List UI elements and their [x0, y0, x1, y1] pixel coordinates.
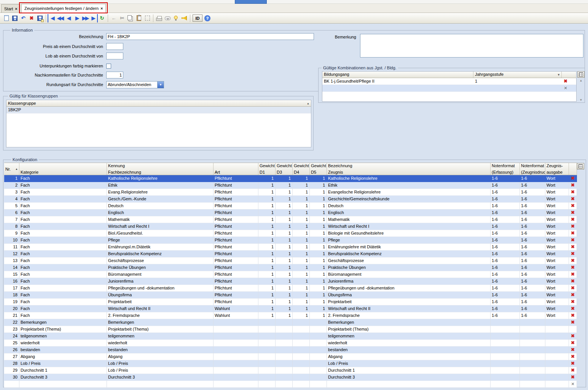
delete-row-icon[interactable]: ✖	[571, 299, 575, 304]
new-document-icon[interactable]	[2, 14, 11, 22]
table-row[interactable]: 3 Fach Evang.Religionslehre Pflichtunt 1…	[4, 189, 577, 196]
column-header-gewicht-d3[interactable]: GewichtD3	[276, 163, 293, 175]
table-row[interactable]: 8 Fach Wirtschaft und Recht I Pflichtunt…	[4, 223, 577, 230]
delete-row-icon[interactable]: ✖	[571, 189, 575, 195]
delete-row-icon[interactable]: ✖	[571, 265, 575, 270]
table-row[interactable]: 20 Fach Wirtschaft und Recht II Wahlunt …	[4, 305, 577, 312]
column-header-nr[interactable]: Nr.▲	[4, 163, 19, 175]
column-header-kategorie[interactable]: Kategorie	[19, 163, 107, 175]
delete-row-icon[interactable]: ✖	[571, 196, 575, 201]
column-header-kennung[interactable]: KennungFachbezeichnung	[107, 163, 214, 175]
clear-row-icon[interactable]: ✕	[564, 86, 567, 90]
tab-start[interactable]: Start ×	[1, 4, 20, 13]
delete-row-icon[interactable]: ✖	[571, 217, 575, 222]
delete-row-icon[interactable]: ✖	[571, 361, 575, 366]
column-header-gewicht-d5[interactable]: GewichtD5	[310, 163, 327, 175]
cut-icon[interactable]: ✂	[118, 14, 126, 22]
delete-row-icon[interactable]: ✖	[571, 272, 575, 277]
scroll-down-icon[interactable]: ▼	[577, 98, 585, 102]
table-row[interactable]: 4 Fach Gesch./Gem.-Kunde Pflichtunt 1 1 …	[4, 196, 577, 203]
bemerkung-textarea[interactable]	[360, 34, 583, 58]
delete-row-icon[interactable]: ✖	[571, 237, 575, 243]
table-row[interactable]: 10 Fach Pflege Pflichtunt 1 1 1 1 Pflege…	[4, 237, 577, 244]
column-header-notenformat-erfassung[interactable]: Notenformat(Erfassung)	[491, 163, 520, 175]
print-icon[interactable]	[155, 14, 163, 22]
help-icon[interactable]: ?	[203, 14, 212, 22]
table-row[interactable]: 7 Fach Mathematik Pflichtunt 1 1 1 1 Mat…	[4, 216, 577, 223]
delete-icon[interactable]: ✖	[27, 14, 36, 22]
delete-row-icon[interactable]: ✖	[571, 340, 575, 345]
back-arrow-icon[interactable]: ←	[110, 14, 118, 22]
delete-row-icon[interactable]: ✖	[564, 78, 567, 84]
table-row[interactable]: 26 bestanden bestanden bestanden ✖	[4, 347, 577, 353]
klassengruppe-row[interactable]: 1BK2P	[6, 107, 311, 113]
delete-row-icon[interactable]: ✖	[571, 374, 575, 380]
tab-zeugniseinstellungen[interactable]: Zeugniseinstellungen festlegen / ändern …	[21, 4, 106, 13]
id-button[interactable]: ID	[193, 14, 202, 22]
save-settings-icon[interactable]	[36, 14, 44, 22]
fast-next-icon[interactable]: ▶▶	[81, 14, 89, 22]
delete-row-icon[interactable]: ✖	[571, 354, 575, 359]
column-header-zeugnisausgabe[interactable]: Zeugnis-ausgabe	[545, 163, 569, 175]
table-row[interactable]: 24 teilgenommen teilgenommen teilgenomme…	[4, 333, 577, 340]
hint-bulb-icon[interactable]	[172, 14, 180, 22]
column-chooser-button[interactable]	[577, 163, 584, 169]
delete-row-icon[interactable]: ✖	[571, 210, 575, 215]
table-row[interactable]: 12 Fach Berufspraktische Kompetenz Pflic…	[4, 251, 577, 257]
table-row[interactable]: 23 Projektarbeit (Thema) Projektarbeit (…	[4, 326, 577, 333]
delete-row-icon[interactable]: ✖	[571, 230, 575, 236]
table-row[interactable]: 18 Fach Übungsfirma Pflichtunt 1 1 1 1 Ü…	[4, 292, 577, 299]
table-row[interactable]: 29 Durchschnitt 1 Lob / Preis Durchschni…	[4, 367, 577, 374]
column-header-gewicht-d4[interactable]: GewichtD4	[293, 163, 310, 175]
comment-icon[interactable]	[163, 14, 172, 22]
kombination-row[interactable]: BK 1-j.Gesundheit/Pflege II 1 ✖	[322, 78, 576, 85]
delete-row-icon[interactable]: ✖	[571, 368, 575, 373]
delete-row-icon[interactable]: ✖	[571, 224, 575, 229]
column-header-bildungsgang[interactable]: Bildungsgang	[322, 72, 473, 78]
table-row[interactable]: 28 Lob / Preis Lob / Preis Lob / Preis ✖	[4, 360, 577, 367]
column-header-bezeichnung[interactable]: BezeichnungZeugnis	[327, 163, 491, 175]
table-row[interactable]: 11 Fach Ernährungsl.m.Diätetik Pflichtun…	[4, 244, 577, 251]
delete-row-icon[interactable]: ✖	[571, 313, 575, 318]
table-row[interactable]: 30 Durchschnitt 3 Durchschnitt 3 Durchsc…	[4, 374, 577, 381]
column-header-jahrgangsstufe[interactable]: Jahrgangsstufe▼	[473, 72, 562, 78]
first-record-icon[interactable]: ◀	[48, 14, 56, 22]
table-row[interactable]: 16 Fach Juniorenfirma Pflichtunt 1 1 1 1…	[4, 278, 577, 285]
table-row[interactable]: 27 Abgang Abgang Abgang ✖	[4, 353, 577, 360]
table-row[interactable]: 17 Fach Pflegeübungen und -dokumentation…	[4, 285, 577, 292]
table-row[interactable]: 21 Fach 2. Fremdsprache Wahlunt 1 1 1 1 …	[4, 312, 577, 319]
table-row[interactable]: 19 Fach Projektarbeit Pflichtunt 1 1 1 1…	[4, 299, 577, 305]
nachkommastellen-input[interactable]	[106, 72, 123, 78]
previous-record-icon[interactable]: ◀	[64, 14, 73, 22]
next-record-icon[interactable]: ▶	[73, 14, 81, 22]
rundungsart-dropdown[interactable]: Abrunden/Abschneiden ▼	[106, 81, 164, 88]
filter-dropdown-icon[interactable]: ▼	[557, 73, 560, 77]
table-row[interactable]: 5 Fach Deutsch Pflichtunt 1 1 1 1 Deutsc…	[4, 203, 577, 209]
delete-row-icon[interactable]: ✖	[571, 203, 575, 208]
column-chooser-button[interactable]	[577, 71, 585, 78]
delete-row-icon[interactable]: ✖	[571, 278, 575, 284]
table-row[interactable]: 22 Bemerkungen Bemerkungen Bemerkungen ✖	[4, 319, 577, 326]
column-header-gewicht-d1[interactable]: GewichtD1	[258, 163, 276, 175]
table-row[interactable]: 25 wiederholt wiederholt wiederholt ✖	[4, 340, 577, 347]
table-row[interactable]: 2 Fach Ethik Pflichtunt 1 1 1 1 Ethik 1-…	[4, 182, 577, 189]
scroll-up-icon[interactable]: ▲	[577, 78, 585, 83]
delete-row-icon[interactable]: ✖	[571, 292, 575, 297]
delete-row-icon[interactable]: ✖	[571, 182, 575, 188]
delete-row-icon[interactable]: ✖	[571, 244, 575, 249]
column-header-notenformat-zeugnisdruck[interactable]: Notenformat(Zeugnisdruck)	[520, 163, 545, 175]
empty-row[interactable]: ✕	[4, 381, 577, 388]
preis-input[interactable]	[106, 43, 123, 50]
delete-row-icon[interactable]: ✖	[571, 251, 575, 256]
delete-row-icon[interactable]: ✖	[571, 285, 575, 291]
lob-input[interactable]	[106, 53, 123, 59]
unterpunktungen-checkbox[interactable]	[106, 64, 111, 69]
table-row[interactable]: 9 Fach Biol./Gesundheitsl. Pflichtunt 1 …	[4, 230, 577, 237]
undo-icon[interactable]: ↶	[19, 14, 27, 22]
delete-row-icon[interactable]: ✖	[571, 306, 575, 311]
table-row[interactable]: 1 Fach Katholische Religionslehre Pflich…	[4, 175, 577, 182]
dropdown-arrow-icon[interactable]: ▼	[157, 82, 164, 88]
table-row[interactable]: 13 Fach Geschäftsprozesse Pflichtunt 1 1…	[4, 257, 577, 264]
tab-close-icon[interactable]: ×	[15, 6, 17, 11]
select-region-icon[interactable]	[143, 14, 151, 22]
